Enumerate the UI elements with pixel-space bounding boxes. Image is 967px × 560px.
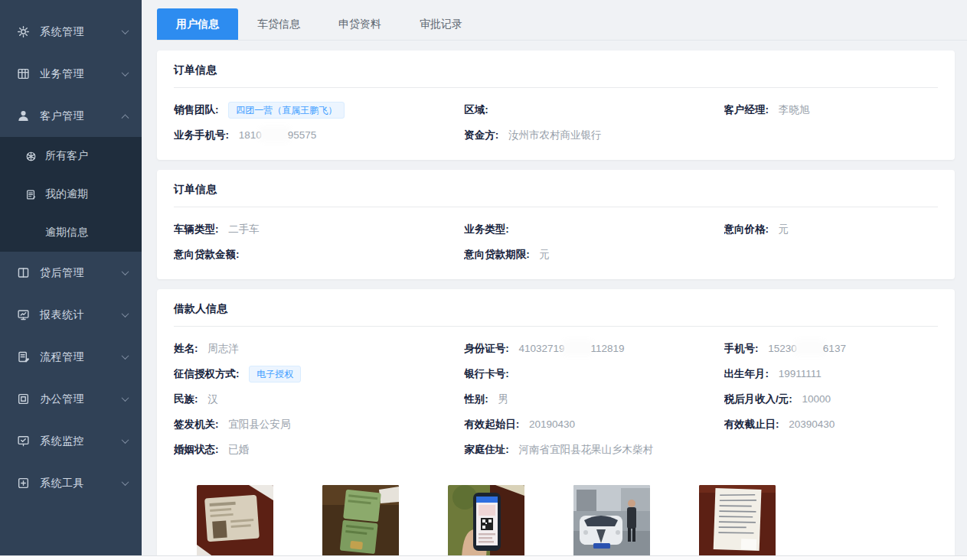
field-name: 姓名: 周志洋: [174, 336, 464, 361]
tab-car-loan-info[interactable]: 车贷信息: [238, 8, 319, 40]
field-business-phone: 业务手机号: 181095575: [174, 122, 464, 148]
field-business-type: 业务类型:: [464, 217, 724, 242]
grid-icon: [17, 67, 30, 80]
card-title: 借款人信息: [174, 289, 938, 327]
sidebar-item-label: 系统工具: [40, 477, 123, 490]
field-home-address: 家庭住址: 河南省宜阳县花果山乡木柴村: [464, 437, 724, 462]
sidebar-item-label: 报表统计: [40, 308, 123, 322]
order-info-card-2: 订单信息 车辆类型: 二手车 业务类型: 意向价格: 元 意向贷款金额:: [157, 170, 955, 279]
sidebar-item-process-management[interactable]: 流程管理: [0, 336, 142, 378]
sidebar-item-office-management[interactable]: 办公管理: [0, 378, 142, 420]
document-photos: 人像面 驾驶证正副页 征信授权: [174, 474, 938, 560]
field-empty: [724, 122, 938, 148]
chevron-down-icon: [122, 394, 129, 402]
field-monthly-income: 税后月收入/元: 10000: [724, 386, 938, 412]
photo-handwritten-document[interactable]: [699, 485, 776, 557]
field-ethnicity: 民族: 汉: [174, 386, 464, 412]
field-grid: 车辆类型: 二手车 业务类型: 意向价格: 元 意向贷款金额: 意向贷款期限:: [174, 207, 938, 279]
monitor-check-icon: [17, 435, 30, 448]
gear-icon: [17, 25, 30, 38]
field-account-manager: 客户经理: 李晓旭: [724, 97, 938, 122]
e-auth-tag[interactable]: 电子授权: [249, 366, 301, 383]
field-valid-from: 有效起始日: 20190430: [464, 412, 724, 437]
sidebar-item-label: 所有客户: [45, 149, 88, 163]
customer-management-submenu: 所有客户 我的逾期 逾期信息: [0, 137, 142, 252]
field-sales-team: 销售团队: 四团一营（直属王鹏飞）: [174, 97, 464, 122]
field-issuing-authority: 签发机关: 宜阳县公安局: [174, 412, 464, 437]
field-empty: [724, 437, 938, 462]
sidebar: 系统管理 业务管理 客户管理 所有客户: [0, 0, 142, 555]
field-bank-card-number: 银行卡号:: [464, 361, 724, 386]
field-gender: 性别: 男: [464, 386, 724, 412]
photo-item: 征信授权: [448, 485, 524, 560]
sidebar-item-label: 流程管理: [40, 350, 123, 364]
sales-team-tag[interactable]: 四团一营（直属王鹏飞）: [228, 102, 345, 119]
redaction-blur: [566, 343, 590, 353]
sidebar-item-label: 客户管理: [40, 109, 123, 123]
app-window: 系统管理 业务管理 客户管理 所有客户: [0, 0, 967, 560]
sidebar-item-postloan-management[interactable]: 贷后管理: [0, 252, 142, 294]
tab-approval-records[interactable]: 审批记录: [400, 8, 482, 40]
photo-drivers-license[interactable]: [322, 485, 399, 557]
chevron-down-icon: [122, 310, 129, 317]
card-title: 订单信息: [174, 50, 938, 88]
clients-icon: [25, 151, 37, 162]
photo-item: 其他材料: [699, 485, 776, 560]
chevron-down-icon: [122, 268, 129, 275]
field-birth-date: 出生年月: 19911111: [724, 361, 938, 386]
field-credit-auth-method: 征信授权方式: 电子授权: [174, 361, 464, 386]
chevron-down-icon: [122, 27, 129, 34]
field-mobile-number: 手机号: 152306137: [724, 336, 938, 361]
photo-item: 驾驶证正副页: [322, 485, 399, 560]
report-monitor-icon: [17, 308, 30, 321]
chevron-down-icon: [122, 352, 129, 360]
tab-loan-application-docs[interactable]: 申贷资料: [319, 8, 400, 40]
sidebar-item-all-customers[interactable]: 所有客户: [0, 137, 142, 175]
tools-icon: [17, 477, 30, 490]
sidebar-item-business-management[interactable]: 业务管理: [0, 53, 142, 95]
order-info-card-1: 订单信息 销售团队: 四团一营（直属王鹏飞） 区域: 客户经理: 李晓旭 业务手…: [157, 50, 955, 160]
sidebar-item-system-management[interactable]: 系统管理: [0, 11, 142, 53]
sidebar-item-my-overdue[interactable]: 我的逾期: [0, 175, 142, 213]
office-icon: [17, 392, 30, 405]
sidebar-item-report-statistics[interactable]: 报表统计: [0, 294, 142, 336]
chevron-down-icon: [122, 436, 129, 444]
book-icon: [17, 266, 30, 279]
sidebar-item-customer-management[interactable]: 客户管理: [0, 95, 142, 137]
photo-item: 人车合影: [573, 485, 650, 560]
chevron-up-icon: [122, 114, 129, 122]
field-vehicle-type: 车辆类型: 二手车: [174, 217, 464, 242]
photo-phone-qr-authorization[interactable]: [448, 485, 524, 557]
overdue-doc-icon: [25, 189, 37, 200]
photo-item: 人像面: [197, 485, 273, 560]
photo-person-with-car[interactable]: [573, 485, 650, 557]
tab-bar: 用户信息 车贷信息 申贷资料 审批记录: [157, 8, 967, 41]
redaction-blur: [798, 343, 822, 353]
sidebar-item-label: 系统监控: [40, 435, 123, 448]
workflow-icon: [17, 350, 30, 363]
photo-id-card-portrait[interactable]: [197, 485, 273, 557]
redaction-blur: [263, 129, 287, 139]
sidebar-item-label: 系统管理: [40, 25, 123, 39]
borrower-info-card: 借款人信息 姓名: 周志洋 身份证号: 41032719112819 手机号: …: [157, 289, 955, 560]
sidebar-item-system-monitoring[interactable]: 系统监控: [0, 420, 142, 462]
card-title: 订单信息: [174, 170, 938, 207]
user-icon: [17, 109, 30, 122]
sidebar-item-label: 业务管理: [40, 67, 123, 81]
tab-user-info[interactable]: 用户信息: [157, 8, 238, 40]
field-empty: [724, 242, 938, 267]
field-valid-until: 有效截止日: 20390430: [724, 412, 938, 437]
field-intended-loan-amount: 意向贷款金额:: [174, 242, 464, 267]
sidebar-item-label: 逾期信息: [45, 226, 88, 239]
field-grid: 姓名: 周志洋 身份证号: 41032719112819 手机号: 152306…: [174, 327, 938, 474]
field-id-number: 身份证号: 41032719112819: [464, 336, 724, 361]
sidebar-item-overdue-info[interactable]: 逾期信息: [0, 213, 142, 252]
horizontal-scrollbar-track[interactable]: [0, 555, 967, 560]
sidebar-item-label: 贷后管理: [40, 266, 123, 280]
main-content: 用户信息 车贷信息 申贷资料 审批记录 订单信息 销售团队: 四团一营（直属王鹏…: [142, 0, 967, 560]
sidebar-item-label: 我的逾期: [45, 187, 88, 201]
sidebar-item-system-tools[interactable]: 系统工具: [0, 462, 142, 504]
chevron-down-icon: [122, 478, 129, 486]
field-funding-source: 资金方: 汝州市农村商业银行: [464, 122, 724, 148]
field-region: 区域:: [464, 97, 724, 122]
